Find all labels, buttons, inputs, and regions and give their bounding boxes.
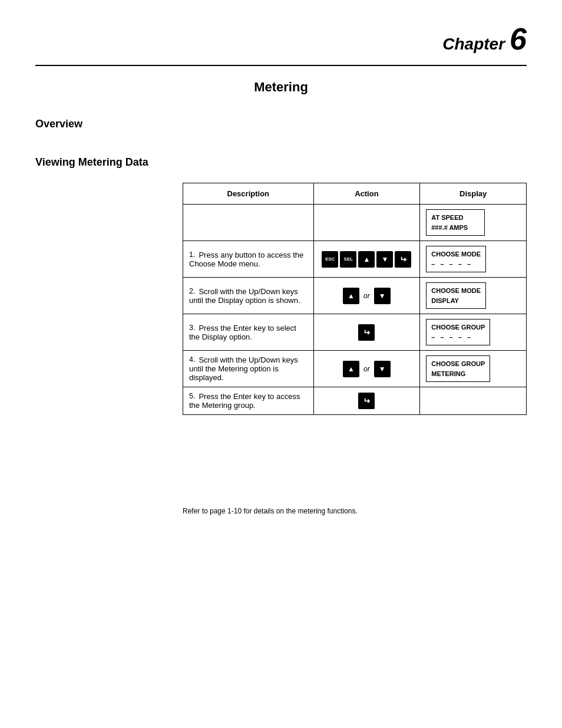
or-text-4: or: [363, 365, 370, 373]
display-dashes-3: – – – – –: [431, 332, 485, 342]
table-row: 1. Press any button to access the Choose…: [183, 241, 527, 278]
row4-action: or: [313, 351, 420, 387]
chapter-header: Chapter 6: [442, 24, 527, 54]
row2-desc: 2. Scroll with the Up/Down keys until th…: [183, 278, 314, 314]
table-row: 5. Press the Enter key to access the Met…: [183, 387, 527, 415]
viewing-metering-heading: Viewing Metering Data: [35, 156, 148, 169]
row1-action: ESC SEL: [313, 241, 420, 278]
row4-buttons: or: [320, 361, 414, 377]
display-box-0: AT SPEED ###.# AMPS: [426, 209, 485, 236]
up-arrow-icon-2: [348, 292, 355, 300]
row3-desc-text: Press the Enter key to select the Displa…: [189, 324, 296, 341]
row1-display: CHOOSE MODE – – – – –: [420, 241, 527, 278]
page-title: Metering: [0, 80, 562, 95]
row5-buttons: [320, 393, 414, 409]
enter-button-3: [358, 324, 375, 341]
row2-action: or: [313, 278, 420, 314]
display-box-4: CHOOSE GROUP METERING: [426, 355, 490, 382]
table-row: AT SPEED ###.# AMPS: [183, 205, 527, 241]
row1-desc-text: Press any button to access the Choose Mo…: [189, 251, 303, 268]
up-arrow-icon: [363, 255, 370, 263]
step-2: 2.: [189, 287, 195, 295]
down-arrow-icon: [381, 255, 388, 263]
esc-button: ESC: [322, 251, 338, 268]
display-line1-2: CHOOSE MODE: [431, 286, 481, 296]
chapter-word: Chapter: [442, 35, 505, 54]
up-arrow-button: [358, 251, 375, 268]
row3-action: [313, 314, 420, 351]
row2-display: CHOOSE MODE DISPLAY: [420, 278, 527, 314]
col-header-action: Action: [313, 183, 420, 205]
down-arrow-icon-4: [379, 365, 386, 373]
row2-buttons: or: [320, 288, 414, 304]
table-row: 2. Scroll with the Up/Down keys until th…: [183, 278, 527, 314]
row4-desc-text: Scroll with the Up/Down keys until the M…: [189, 355, 298, 382]
display-line2-2: DISPLAY: [431, 296, 481, 306]
down-arrow-icon-2: [379, 292, 386, 300]
row0-display: AT SPEED ###.# AMPS: [420, 205, 527, 241]
row1-buttons: ESC SEL: [320, 251, 414, 268]
overview-heading: Overview: [35, 118, 82, 130]
up-arrow-button-2: [343, 288, 359, 304]
up-arrow-icon-4: [348, 365, 355, 373]
step-4: 4.: [189, 355, 195, 364]
display-line2-4: METERING: [431, 369, 485, 379]
display-line1-1: CHOOSE MODE: [431, 249, 481, 259]
table-row: 3. Press the Enter key to select the Dis…: [183, 314, 527, 351]
enter-icon: [399, 255, 406, 264]
row3-display: CHOOSE GROUP – – – – –: [420, 314, 527, 351]
chapter-number: 6: [510, 24, 527, 54]
col-header-description: Description: [183, 183, 314, 205]
row4-display: CHOOSE GROUP METERING: [420, 351, 527, 387]
enter-icon-5: [363, 396, 370, 406]
chapter-line: [35, 65, 527, 66]
down-arrow-button-2: [374, 288, 391, 304]
reference-note: Refer to page 1-10 for details on the me…: [183, 507, 358, 515]
display-line2-0: ###.# AMPS: [431, 223, 480, 233]
row0-action: [313, 205, 420, 241]
row4-desc: 4. Scroll with the Up/Down keys until th…: [183, 351, 314, 387]
up-arrow-button-4: [343, 361, 359, 377]
col-header-display: Display: [420, 183, 527, 205]
row1-desc: 1. Press any button to access the Choose…: [183, 241, 314, 278]
enter-button-5: [358, 393, 375, 409]
row2-desc-text: Scroll with the Up/Down keys until the D…: [189, 287, 300, 305]
row3-buttons: [320, 324, 414, 341]
row5-display: [420, 387, 527, 415]
display-line1-3: CHOOSE GROUP: [431, 322, 485, 332]
row5-desc-text: Press the Enter key to access the Meteri…: [189, 392, 300, 410]
enter-button: [395, 251, 411, 268]
down-arrow-button: [376, 251, 393, 268]
display-box-3: CHOOSE GROUP – – – – –: [426, 319, 490, 345]
display-box-2: CHOOSE MODE DISPLAY: [426, 282, 486, 309]
down-arrow-button-4: [374, 361, 391, 377]
row5-action: [313, 387, 420, 415]
row3-desc: 3. Press the Enter key to select the Dis…: [183, 314, 314, 351]
display-line1-0: AT SPEED: [431, 213, 480, 223]
sel-button: SEL: [340, 251, 356, 268]
or-text-2: or: [363, 292, 370, 300]
table-row: 4. Scroll with the Up/Down keys until th…: [183, 351, 527, 387]
step-5: 5.: [189, 392, 195, 400]
metering-table: Description Action Display AT SPEED ###.…: [183, 183, 527, 415]
step-1: 1.: [189, 251, 195, 259]
row5-desc: 5. Press the Enter key to access the Met…: [183, 387, 314, 415]
display-line1-4: CHOOSE GROUP: [431, 359, 485, 369]
display-box-1: CHOOSE MODE – – – – –: [426, 246, 486, 272]
step-3: 3.: [189, 324, 195, 332]
enter-icon-3: [363, 328, 370, 337]
display-dashes-1: – – – – –: [431, 259, 481, 269]
row0-desc: [183, 205, 314, 241]
